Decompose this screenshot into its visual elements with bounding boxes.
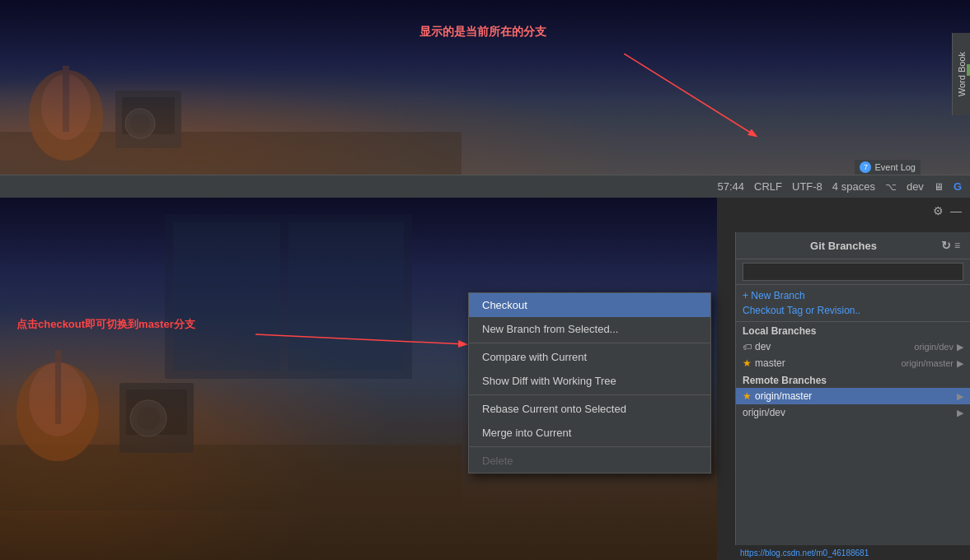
event-log-widget[interactable]: 7 Event Log: [855, 160, 921, 175]
context-item-new-branch[interactable]: New Branch from Selected...: [469, 317, 710, 341]
branch-remote-dev: origin/dev: [914, 342, 954, 352]
svg-rect-13: [288, 222, 404, 371]
status-encoding[interactable]: UTF-8: [792, 180, 822, 193]
top-ide-area: 显示的是当前所在的分支 Word Book 7 Event Log 57:44 …: [0, 0, 970, 198]
remote-branches-header: Remote Branches: [736, 371, 970, 388]
git-search-input[interactable]: [743, 263, 963, 281]
context-item-rebase[interactable]: Rebase Current onto Selected: [469, 397, 710, 421]
green-indicator: [967, 64, 970, 76]
branch-item-origin-master[interactable]: ★ origin/master ▶: [736, 388, 970, 404]
annotation-top-label: 显示的是当前所在的分支: [419, 25, 546, 40]
status-bar: 57:44 CRLF UTF-8 4 spaces ⌥ dev 🖥 G: [0, 175, 970, 198]
url-bar: https://blog.csdn.net/m0_46188681: [735, 545, 970, 560]
annotation-bottom-label: 点击checkout即可切换到master分支: [16, 317, 195, 332]
svg-rect-12: [173, 222, 280, 371]
toolbar-row: ⚙ —: [731, 204, 970, 217]
context-separator-2: [469, 394, 710, 395]
status-indent[interactable]: 4 spaces: [832, 180, 875, 193]
chevron-dev: ▶: [957, 342, 963, 352]
chevron-origin-dev: ▶: [957, 408, 963, 418]
git-actions-area: + New Branch Checkout Tag or Revision..: [736, 285, 970, 322]
context-item-compare[interactable]: Compare with Current: [469, 345, 710, 369]
new-branch-button[interactable]: + New Branch: [743, 288, 963, 303]
google-icon[interactable]: G: [954, 180, 962, 193]
scene-svg-bottom: [0, 198, 462, 511]
svg-line-9: [624, 54, 756, 136]
branch-item-master[interactable]: ★ master origin/master ▶: [736, 355, 970, 371]
url-text: https://blog.csdn.net/m0_46188681: [740, 548, 869, 558]
status-branch[interactable]: dev: [907, 180, 924, 193]
bottom-ide-area: ⚙ — 点击checkout即可切换到master分支 Checkout New…: [0, 198, 970, 560]
svg-point-7: [130, 114, 150, 133]
branch-name-origin-master: origin/master: [755, 390, 812, 402]
branch-item-dev[interactable]: 🏷 dev origin/dev ▶: [736, 338, 970, 355]
svg-rect-16: [55, 350, 61, 424]
branch-name-origin-dev: origin/dev: [743, 407, 785, 418]
star-icon-origin-master: ★: [743, 390, 752, 402]
branch-name-master: master: [755, 357, 785, 369]
checkout-tag-button[interactable]: Checkout Tag or Revision..: [743, 303, 963, 318]
git-branches-panel: Git Branches ↻ ≡ + New Branch Checkout T…: [735, 232, 970, 553]
word-book-label: Word Book: [957, 52, 967, 96]
branch-remote-master: origin/master: [901, 358, 954, 368]
local-branches-header: Local Branches: [736, 322, 970, 338]
chevron-master: ▶: [957, 358, 963, 369]
context-item-show-diff[interactable]: Show Diff with Working Tree: [469, 369, 710, 393]
annotation-arrow-top: [624, 54, 789, 152]
scene-svg-top: [0, 0, 462, 181]
svg-point-20: [137, 407, 160, 430]
branch-item-origin-dev[interactable]: origin/dev ▶: [736, 404, 970, 421]
context-item-checkout[interactable]: Checkout: [469, 293, 710, 317]
event-log-badge: 7: [860, 161, 871, 173]
context-item-delete: Delete: [469, 449, 710, 473]
status-time[interactable]: 57:44: [718, 180, 745, 193]
panel-menu-icon[interactable]: ≡: [954, 240, 960, 251]
star-icon-master: ★: [743, 357, 752, 369]
status-line-ending[interactable]: CRLF: [754, 180, 782, 193]
tag-icon-dev: 🏷: [743, 342, 752, 352]
settings-icon[interactable]: ⚙: [933, 204, 944, 217]
refresh-icon[interactable]: ↻: [941, 239, 951, 252]
vcs-icon[interactable]: 🖥: [934, 181, 944, 193]
minimize-icon[interactable]: —: [950, 204, 962, 217]
svg-rect-3: [63, 66, 69, 132]
git-panel-header: Git Branches ↻ ≡: [736, 232, 970, 259]
word-book-tab[interactable]: Word Book: [952, 33, 970, 115]
context-menu: Checkout New Branch from Selected... Com…: [468, 292, 711, 474]
git-search-area: [736, 259, 970, 285]
context-separator-3: [469, 446, 710, 447]
event-log-label: Event Log: [874, 162, 916, 172]
context-separator-1: [469, 343, 710, 343]
branch-name-dev: dev: [755, 341, 771, 352]
context-item-merge[interactable]: Merge into Current: [469, 421, 710, 445]
git-panel-title: Git Branches: [746, 240, 941, 252]
git-branch-icon: ⌥: [885, 181, 897, 193]
chevron-origin-master: ▶: [957, 391, 963, 402]
